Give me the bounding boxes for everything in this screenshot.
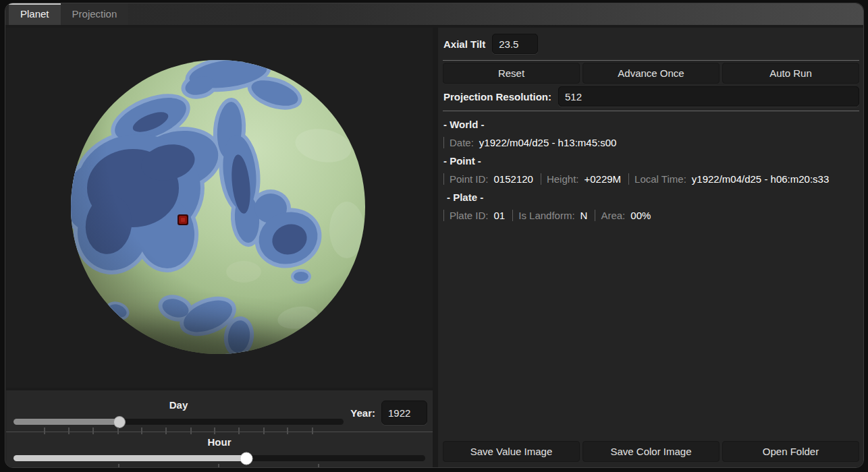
local-time-value: y1922/m04/d25 - h06:m20:s33 (692, 173, 829, 185)
date-value: y1922/m04/d25 - h13:m45:s00 (479, 137, 616, 148)
save-color-image-button[interactable]: Save Color Image (582, 441, 720, 462)
axial-tilt-input[interactable]: 23.5 (492, 34, 538, 54)
day-slider-thumb[interactable] (113, 416, 126, 428)
control-panel: Axial Tilt 23.5 Reset Advance Once Auto … (438, 28, 864, 468)
rim-shading (71, 60, 365, 354)
axial-tilt-label: Axial Tilt (443, 38, 485, 50)
tab-bar: Planet Projection (5, 3, 863, 25)
local-time-label: Local Time: (634, 173, 686, 185)
separator-bar (443, 137, 444, 148)
slider-tick (117, 427, 119, 434)
point-info-row: Point ID:0152120Height:+0229MLocal Time:… (443, 170, 859, 188)
is-landform-label: Is Landform: (518, 210, 574, 221)
area-value: 00% (630, 210, 651, 221)
separator-bar (541, 173, 541, 185)
plate-id-label: Plate ID: (450, 210, 489, 221)
day-slider-fill (13, 419, 119, 425)
export-buttons: Save Value Image Save Color Image Open F… (443, 441, 859, 462)
year-box: Year: 1922 (350, 401, 427, 425)
slider-tick (190, 427, 192, 434)
slider-tick (318, 464, 319, 468)
plate-section-header: - Plate - (443, 188, 859, 206)
slider-tick (44, 427, 45, 434)
day-slider[interactable] (13, 419, 344, 425)
time-control-panel: Day Year: 1922 Hour (6, 390, 433, 468)
simulation-buttons: Reset Advance Once Auto Run (443, 63, 859, 84)
date-label: Date: (450, 137, 474, 148)
separator-bar (443, 173, 444, 185)
auto-run-button[interactable]: Auto Run (722, 63, 859, 84)
app-window: Planet Projection (5, 3, 864, 468)
divider-middle (443, 111, 859, 111)
tab-projection[interactable]: Projection (61, 3, 129, 25)
tab-projection-label: Projection (72, 8, 117, 20)
projection-resolution-input[interactable]: 512 (558, 86, 859, 107)
separator-bar (595, 210, 595, 221)
advance-once-button[interactable]: Advance Once (582, 63, 720, 84)
tab-planet[interactable]: Planet (9, 3, 61, 25)
world-date-row: Date:y1922/m04/d25 - h13:m45:s00 (443, 134, 859, 152)
slider-tick (68, 427, 70, 434)
planet-globe (6, 28, 433, 388)
info-block: - World - Date:y1922/m04/d25 - h13:m45:s… (443, 115, 859, 225)
planet-viewport[interactable] (6, 28, 433, 388)
slider-tick (312, 427, 313, 434)
hour-slider-thumb[interactable] (240, 452, 253, 465)
world-section-header: - World - (443, 115, 859, 134)
year-input[interactable]: 1922 (381, 401, 427, 425)
slider-tick (287, 427, 288, 434)
slider-tick (165, 427, 167, 434)
separator-bar (512, 210, 513, 221)
slider-tick (238, 427, 240, 434)
area-label: Area: (601, 210, 625, 221)
open-folder-button[interactable]: Open Folder (722, 441, 859, 462)
projection-resolution-row: Projection Resolution: 512 (443, 86, 859, 107)
hour-slider-label: Hour (13, 436, 425, 448)
save-value-image-button[interactable]: Save Value Image (443, 441, 580, 462)
hour-slider[interactable] (13, 455, 425, 461)
slider-tick (118, 464, 119, 468)
separator-bar (443, 210, 444, 221)
slider-tick (141, 427, 142, 434)
day-slider-label: Day (13, 399, 344, 411)
is-landform-value: N (580, 210, 588, 221)
tab-planet-label: Planet (20, 8, 49, 20)
slider-panel-divider (6, 432, 433, 432)
selected-point-marker (178, 214, 188, 225)
separator-bar (628, 173, 629, 185)
reset-button[interactable]: Reset (443, 63, 580, 84)
screen: Planet Projection (0, 0, 868, 472)
slider-tick (214, 427, 215, 434)
height-value: +0229M (584, 173, 621, 185)
divider-top (443, 60, 859, 61)
axial-tilt-row: Axial Tilt 23.5 (443, 34, 859, 54)
point-section-header: - Point - (443, 152, 859, 170)
point-id-value: 0152120 (494, 173, 533, 185)
projection-resolution-label: Projection Resolution: (443, 91, 551, 102)
slider-tick (218, 464, 219, 468)
plate-info-row: Plate ID:01Is Landform:NArea:00% (443, 206, 859, 225)
hour-slider-ticks (13, 464, 425, 468)
point-id-label: Point ID: (450, 173, 489, 185)
slider-tick (263, 427, 265, 434)
plate-id-value: 01 (494, 210, 506, 221)
height-label: Height: (547, 173, 579, 185)
year-label: Year: (350, 407, 375, 419)
hour-slider-fill (13, 455, 246, 461)
slider-tick (92, 427, 94, 434)
